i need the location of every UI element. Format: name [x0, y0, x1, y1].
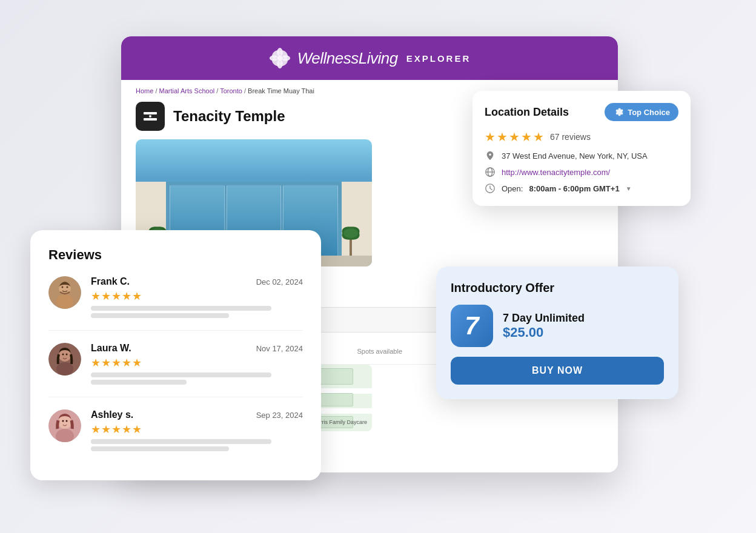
review-info-laura: Laura W. Nov 17, 2024 ★★★★★	[91, 343, 303, 385]
svg-point-27	[62, 286, 64, 288]
reviewer-name: Ashley s.	[91, 409, 133, 420]
venue-name: Tenacity Temple	[173, 108, 285, 125]
palm-right-icon	[340, 212, 361, 260]
website-link[interactable]: http://www.tenacitytemple.com/	[502, 168, 610, 177]
review-text-lines	[91, 372, 303, 385]
logo-text: WellnessLiving	[297, 49, 398, 68]
rating-stars: ★★★★★	[485, 130, 545, 144]
location-pin-icon	[485, 150, 496, 161]
reviewer-avatar-laura	[48, 343, 81, 376]
logo-flower-icon	[268, 47, 291, 70]
reviewer-top-laura: Laura W. Nov 17, 2024	[91, 343, 303, 354]
review-divider	[48, 397, 303, 397]
svg-point-28	[67, 286, 68, 288]
review-stars: ★★★★★	[91, 423, 303, 436]
hours-row: Open: 8:00am - 6:00pm GMT+1 ▼	[485, 183, 678, 194]
svg-point-31	[56, 362, 73, 376]
svg-point-11	[149, 115, 151, 118]
offer-row: 7 7 Day Unlimited $25.00	[451, 305, 664, 347]
reviews-title: Reviews	[48, 247, 303, 263]
reviewer-avatar-ashley	[48, 409, 81, 442]
spots-available: Spots available	[357, 348, 402, 355]
logo-area: WellnessLiving EXPLORER	[268, 47, 471, 70]
svg-point-35	[58, 415, 71, 429]
reviewer-name: Frank C.	[91, 276, 130, 287]
reviewer-top-frank: Frank C. Dec 02, 2024	[91, 276, 303, 287]
location-card-header: Location Details Top Choice	[485, 103, 678, 121]
stars-row: ★★★★★ 67 reviews	[485, 130, 678, 144]
review-date: Sep 23, 2024	[256, 411, 303, 420]
svg-point-32	[62, 354, 64, 356]
top-choice-gear-icon	[613, 107, 624, 118]
svg-rect-10	[144, 118, 157, 121]
offer-details: 7 Day Unlimited $25.00	[503, 312, 585, 340]
clock-icon	[485, 183, 496, 194]
globe-icon	[485, 167, 496, 177]
review-divider	[48, 330, 303, 331]
review-info-frank: Frank C. Dec 02, 2024 ★★★★★	[91, 276, 303, 318]
review-stars: ★★★★★	[91, 356, 303, 369]
offer-icon: 7	[451, 305, 493, 347]
buy-now-button[interactable]: BUY NOW	[451, 357, 664, 385]
review-text-lines	[91, 439, 303, 451]
review-text-lines	[91, 306, 303, 318]
reviewer-avatar-frank	[48, 276, 81, 309]
hours-chevron-icon[interactable]: ▼	[626, 185, 632, 192]
logo-explorer-text: EXPLORER	[406, 53, 471, 64]
address-text: 37 West End Avenue, New York, NY, USA	[502, 151, 648, 161]
review-stars: ★★★★★	[91, 290, 303, 303]
offer-card-title: Introductory Offer	[451, 281, 664, 295]
svg-point-30	[59, 349, 71, 362]
review-info-ashley: Ashley s. Sep 23, 2024 ★★★★★	[91, 409, 303, 451]
venue-logo-icon	[141, 107, 159, 125]
offer-price: $25.00	[503, 325, 585, 340]
introductory-offer-card: Introductory Offer 7 7 Day Unlimited $25…	[436, 266, 678, 399]
location-details-card: Location Details Top Choice ★★★★★ 67 rev…	[472, 91, 691, 206]
venue-logo	[136, 102, 165, 131]
website-row: http://www.tenacitytemple.com/	[485, 167, 678, 177]
review-count: 67 reviews	[550, 132, 591, 142]
review-date: Nov 17, 2024	[256, 344, 303, 353]
hours-value: 8:00am - 6:00pm GMT+1	[529, 184, 619, 193]
review-item: Frank C. Dec 02, 2024 ★★★★★	[48, 276, 303, 318]
scene: WellnessLiving EXPLORER Home / Martial A…	[0, 0, 756, 533]
offer-icon-number: 7	[465, 311, 479, 340]
review-item: Laura W. Nov 17, 2024 ★★★★★	[48, 343, 303, 385]
offer-name: 7 Day Unlimited	[503, 312, 585, 325]
address-row: 37 West End Avenue, New York, NY, USA	[485, 150, 678, 161]
svg-point-26	[56, 294, 73, 309]
svg-point-8	[277, 55, 283, 61]
reviewer-top-ashley: Ashley s. Sep 23, 2024	[91, 409, 303, 420]
top-choice-badge: Top Choice	[605, 103, 678, 121]
review-date: Dec 02, 2024	[256, 277, 303, 286]
svg-point-33	[66, 354, 68, 356]
svg-point-19	[343, 228, 358, 238]
hours-label: Open:	[502, 184, 523, 193]
review-item: Ashley s. Sep 23, 2024 ★★★★★	[48, 409, 303, 451]
svg-point-37	[62, 420, 64, 422]
top-choice-label: Top Choice	[628, 108, 670, 117]
svg-rect-9	[144, 112, 157, 114]
location-card-title: Location Details	[485, 106, 569, 119]
browser-header: WellnessLiving EXPLORER	[121, 36, 618, 80]
reviewer-name: Laura W.	[91, 343, 131, 354]
map-label-2: Harris Family Daycare	[313, 419, 367, 425]
svg-point-38	[66, 420, 68, 422]
reviews-card: Reviews	[30, 230, 321, 480]
